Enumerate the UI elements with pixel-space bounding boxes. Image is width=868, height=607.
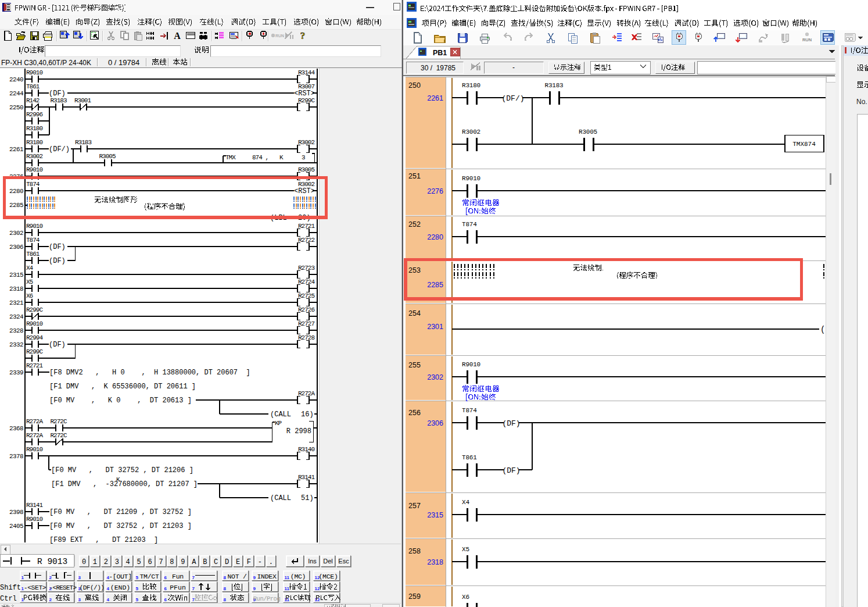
svg-text:(DF): (DF) bbox=[502, 419, 520, 428]
svg-text:R3144: R3144 bbox=[298, 69, 315, 76]
svg-text:X6: X6 bbox=[26, 292, 33, 299]
svg-text:R272A: R272A bbox=[26, 418, 43, 425]
svg-text:Ins: Ins bbox=[308, 558, 317, 565]
svg-text:8: 8 bbox=[224, 575, 227, 580]
svg-text:R2725: R2725 bbox=[298, 292, 314, 299]
svg-text:R3002: R3002 bbox=[298, 181, 314, 188]
svg-text:2378: 2378 bbox=[9, 453, 23, 460]
svg-text:R2728: R2728 bbox=[298, 334, 314, 341]
svg-text:NOT /: NOT / bbox=[227, 573, 246, 580]
svg-text:7: 7 bbox=[159, 558, 163, 566]
svg-text:R2726: R2726 bbox=[298, 306, 314, 313]
svg-text:2: 2 bbox=[49, 597, 52, 602]
svg-text:8: 8 bbox=[224, 586, 227, 591]
svg-text:R299C: R299C bbox=[298, 97, 315, 104]
svg-text:51): 51) bbox=[301, 494, 314, 502]
svg-text:-[OUT]: -[OUT] bbox=[109, 573, 132, 580]
svg-text:E: E bbox=[236, 558, 240, 566]
svg-text:RUN: RUN bbox=[275, 34, 284, 38]
svg-text:R2996: R2996 bbox=[26, 111, 42, 118]
svg-text:2332: 2332 bbox=[9, 341, 23, 348]
svg-text:6: 6 bbox=[164, 575, 167, 580]
svg-text:252: 252 bbox=[408, 220, 421, 228]
svg-text:4: 4 bbox=[107, 586, 110, 591]
svg-text:R3005: R3005 bbox=[99, 153, 116, 160]
svg-text:2280: 2280 bbox=[427, 233, 443, 241]
svg-text:874 ,: 874 , bbox=[252, 154, 268, 161]
svg-text:Fun: Fun bbox=[172, 573, 184, 580]
svg-text:(DF/): (DF/) bbox=[49, 145, 70, 153]
svg-text:2240: 2240 bbox=[9, 76, 23, 83]
svg-text:Run/Prog: Run/Prog bbox=[253, 595, 281, 602]
svg-text:(MCE): (MCE) bbox=[318, 573, 338, 580]
svg-text:R299C: R299C bbox=[26, 348, 43, 355]
svg-text:2261: 2261 bbox=[9, 146, 24, 153]
svg-text:R2723: R2723 bbox=[298, 265, 314, 272]
svg-text:[F0 MV , K 0 , DT 206: [F0 MV , K 0 , DT 20613 ] bbox=[49, 397, 192, 405]
svg-text:(CALL: (CALL bbox=[270, 494, 291, 502]
svg-text:R3183: R3183 bbox=[75, 139, 91, 146]
svg-text:T874: T874 bbox=[462, 407, 477, 414]
svg-text:-: - bbox=[258, 558, 262, 566]
svg-text:T874: T874 bbox=[462, 221, 477, 228]
svg-text:5: 5 bbox=[136, 597, 139, 602]
svg-text:7: 7 bbox=[192, 597, 195, 602]
svg-text:T861: T861 bbox=[26, 83, 40, 90]
svg-text:2306: 2306 bbox=[9, 244, 23, 251]
svg-text:(DF): (DF) bbox=[49, 257, 66, 265]
svg-text:A: A bbox=[192, 558, 196, 566]
svg-text:Esc: Esc bbox=[338, 558, 349, 565]
svg-text:R3180: R3180 bbox=[462, 82, 480, 89]
svg-text:3: 3 bbox=[115, 558, 119, 566]
svg-text:5: 5 bbox=[136, 586, 139, 591]
svg-text:R3002: R3002 bbox=[462, 128, 480, 135]
svg-text:2328: 2328 bbox=[9, 327, 23, 334]
svg-text:2368: 2368 bbox=[9, 425, 23, 432]
svg-text:(DF): (DF) bbox=[49, 243, 66, 251]
svg-text:R9010: R9010 bbox=[26, 516, 42, 523]
svg-text:R3141: R3141 bbox=[26, 502, 43, 509]
svg-text:1: 1 bbox=[93, 558, 97, 566]
svg-text:X5: X5 bbox=[26, 278, 33, 285]
svg-text:X6: X6 bbox=[462, 594, 469, 601]
svg-text:R3140: R3140 bbox=[298, 446, 314, 453]
svg-text:4: 4 bbox=[107, 597, 110, 602]
svg-text:2285: 2285 bbox=[427, 281, 443, 289]
svg-text:2285: 2285 bbox=[9, 202, 23, 209]
svg-text:(END): (END) bbox=[110, 584, 131, 591]
svg-text:R142: R142 bbox=[26, 97, 40, 104]
svg-text:R9010: R9010 bbox=[26, 69, 42, 76]
svg-text:R3180: R3180 bbox=[26, 125, 42, 132]
svg-text:7: 7 bbox=[192, 575, 195, 580]
svg-text:-: - bbox=[512, 63, 515, 72]
svg-text:2306: 2306 bbox=[427, 419, 443, 427]
svg-text:R272C: R272C bbox=[51, 418, 67, 425]
svg-text:R2994: R2994 bbox=[26, 334, 43, 341]
svg-text:[F1 DMV , K 65536000, DT 20: [F1 DMV , K 65536000, DT 20611 ] bbox=[49, 383, 196, 391]
svg-text:R272A: R272A bbox=[26, 432, 43, 439]
svg-text:[F1 DMV , -327680000, DT 21: [F1 DMV , -327680000, DT 21207 ] bbox=[51, 480, 198, 488]
svg-text:X4: X4 bbox=[462, 499, 469, 506]
svg-text:2315: 2315 bbox=[9, 272, 23, 278]
svg-text:INDEX: INDEX bbox=[257, 573, 276, 580]
svg-text:TMX: TMX bbox=[225, 154, 236, 161]
svg-text:R2727: R2727 bbox=[298, 320, 314, 327]
svg-text:1: 1 bbox=[21, 597, 24, 602]
svg-text:R 2998: R 2998 bbox=[286, 427, 311, 435]
svg-text:8: 8 bbox=[224, 597, 227, 602]
svg-text:2339: 2339 bbox=[9, 369, 23, 376]
svg-text:R272A: R272A bbox=[298, 390, 315, 397]
svg-text:2302: 2302 bbox=[427, 373, 443, 381]
svg-text:(CALL: (CALL bbox=[270, 410, 291, 419]
svg-text:12: 12 bbox=[315, 586, 320, 591]
svg-text:2276: 2276 bbox=[427, 187, 443, 195]
svg-text:R9010: R9010 bbox=[462, 175, 480, 182]
svg-text:255: 255 bbox=[408, 361, 421, 369]
svg-text:256: 256 bbox=[408, 409, 421, 417]
svg-text:[F89 EXT , DT 21203 ]: [F89 EXT , DT 21203 ] bbox=[49, 536, 158, 544]
svg-text:6: 6 bbox=[148, 558, 152, 566]
svg-text:2321: 2321 bbox=[9, 299, 24, 306]
svg-text:7: 7 bbox=[192, 586, 195, 591]
svg-text:(MC): (MC) bbox=[290, 573, 306, 580]
svg-text:R3002: R3002 bbox=[298, 139, 314, 146]
